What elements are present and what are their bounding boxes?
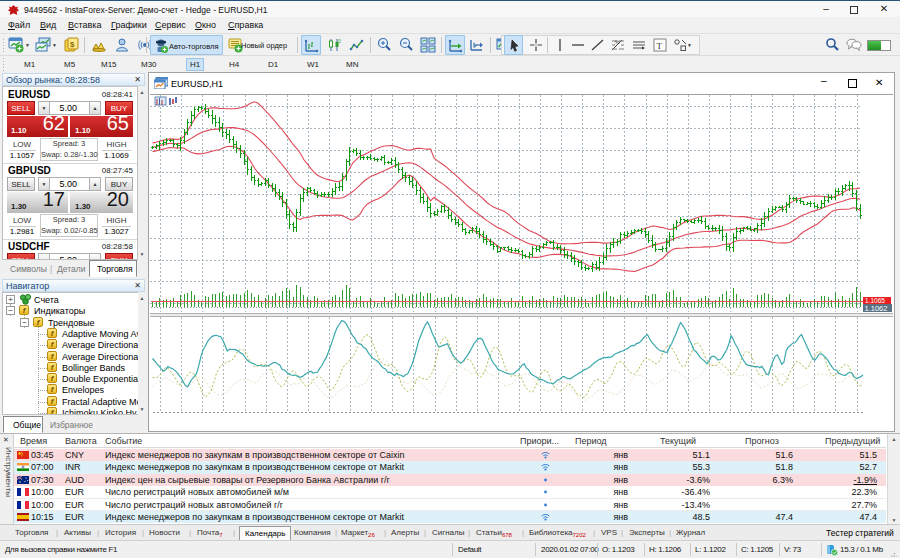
svg-text:T: T bbox=[657, 41, 663, 51]
svg-text:1.1065: 1.1065 bbox=[865, 297, 885, 304]
svg-text:$: $ bbox=[70, 40, 75, 49]
svg-text:%: % bbox=[615, 39, 620, 45]
svg-text:0: 0 bbox=[338, 38, 341, 44]
svg-text:1.1062: 1.1062 bbox=[865, 304, 888, 313]
